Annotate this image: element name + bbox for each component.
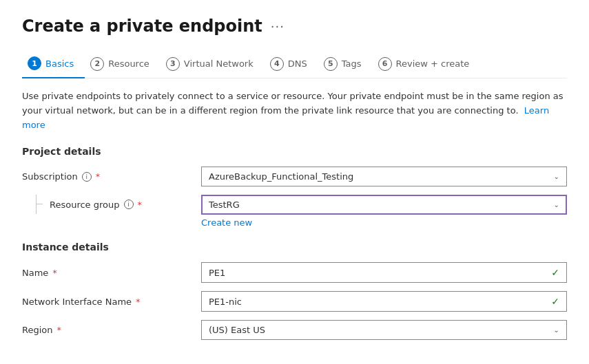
description-text: Use private endpoints to privately conne… (22, 89, 567, 132)
network-interface-input-wrapper: PE1-nic ✓ (201, 291, 567, 312)
resource-group-dropdown-arrow: ⌄ (554, 201, 559, 208)
region-value: (US) East US (209, 325, 265, 335)
wizard-step-review-create[interactable]: 6 Review + create (373, 50, 481, 78)
resource-group-dropdown-wrapper: TestRG ⌄ Create new (201, 195, 567, 228)
wizard-step-dns[interactable]: 4 DNS (265, 50, 318, 78)
resource-group-dropdown[interactable]: TestRG ⌄ (201, 195, 567, 215)
subscription-dropdown-wrapper: AzureBackup_Functional_Testing ⌄ (201, 167, 567, 186)
resource-group-value: TestRG (209, 200, 240, 210)
subscription-label: Subscription i (22, 171, 201, 182)
step-number-review-create: 6 (378, 57, 392, 71)
network-interface-input[interactable]: PE1-nic ✓ (201, 291, 567, 312)
step-number-tags: 5 (324, 57, 338, 71)
network-interface-label: Network Interface Name (22, 297, 201, 307)
instance-details-title: Instance details (22, 242, 567, 253)
network-interface-row: Network Interface Name PE1-nic ✓ (22, 291, 567, 312)
region-row: Region (US) East US ⌄ (22, 320, 567, 340)
step-label-review-create: Review + create (396, 58, 470, 69)
step-label-tags: Tags (342, 58, 362, 69)
subscription-info-icon[interactable]: i (82, 172, 92, 182)
step-number-basics: 1 (28, 56, 41, 70)
ellipsis-menu-button[interactable]: ··· (271, 19, 285, 34)
wizard-step-resource[interactable]: 2 Resource (85, 50, 161, 78)
step-label-dns: DNS (288, 58, 307, 69)
name-value: PE1 (209, 268, 225, 278)
resource-group-label: Resource group i (45, 200, 142, 210)
region-label: Region (22, 325, 201, 335)
region-dropdown-wrapper: (US) East US ⌄ (201, 320, 567, 340)
project-details-section: Project details Subscription i AzureBack… (22, 146, 567, 228)
step-label-resource: Resource (108, 58, 149, 69)
wizard-step-virtual-network[interactable]: 3 Virtual Network (161, 50, 265, 78)
region-dropdown[interactable]: (US) East US ⌄ (201, 320, 567, 340)
wizard-step-basics[interactable]: 1 Basics (22, 50, 85, 78)
resource-group-info-icon[interactable]: i (124, 200, 134, 209)
resource-group-label-area: Resource group i (22, 195, 201, 214)
name-row: Name PE1 ✓ (22, 262, 567, 283)
region-dropdown-arrow: ⌄ (554, 326, 559, 334)
wizard-nav: 1 Basics 2 Resource 3 Virtual Network 4 … (22, 50, 567, 78)
page-header: Create a private endpoint ··· (22, 17, 567, 36)
network-interface-check-icon: ✓ (551, 296, 559, 307)
description-body: Use private endpoints to privately conne… (22, 91, 564, 116)
name-check-icon: ✓ (551, 267, 559, 278)
subscription-dropdown-arrow: ⌄ (554, 173, 559, 180)
resource-group-row: Resource group i TestRG ⌄ Create new (22, 195, 567, 228)
instance-details-section: Instance details Name PE1 ✓ Network Inte… (22, 242, 567, 340)
wizard-step-tags[interactable]: 5 Tags (318, 50, 373, 78)
subscription-value: AzureBackup_Functional_Testing (209, 171, 353, 182)
project-details-title: Project details (22, 146, 567, 157)
step-number-dns: 4 (270, 57, 284, 71)
name-input-wrapper: PE1 ✓ (201, 262, 567, 283)
network-interface-value: PE1-nic (209, 297, 242, 307)
step-number-virtual-network: 3 (166, 57, 180, 71)
create-new-link[interactable]: Create new (201, 217, 252, 228)
page-title: Create a private endpoint (22, 17, 262, 36)
name-input[interactable]: PE1 ✓ (201, 262, 567, 283)
step-label-basics: Basics (45, 58, 74, 69)
subscription-row: Subscription i AzureBackup_Functional_Te… (22, 167, 567, 186)
step-number-resource: 2 (90, 57, 104, 71)
name-label: Name (22, 268, 201, 278)
step-label-virtual-network: Virtual Network (184, 58, 254, 69)
subscription-dropdown[interactable]: AzureBackup_Functional_Testing ⌄ (201, 167, 567, 186)
